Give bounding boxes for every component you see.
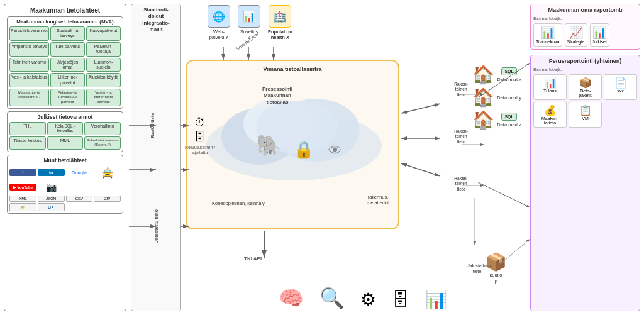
chart-icon-container: 📊 [425, 289, 447, 310]
top-apps-area: 🌐 Web-palvelu Y 📊 SovellusZ 🏥 Population… [208, 5, 292, 40]
raaka-tieto-label: Raaka-tieto [150, 113, 155, 138]
mva-item: Järjestöjen omat [50, 58, 85, 72]
mva-item: Vesi- ja kalatalous [9, 73, 49, 87]
standards-title: Standardi-doidutintegraatio-mallit [131, 4, 180, 36]
extra-file: 3+ [38, 203, 65, 211]
mva-item: Maaseutu- ja tietoliikenne... [9, 89, 49, 106]
drone-icon: 🚁 [9, 203, 36, 211]
perus-raportointi-box: Perusraportointi (yhteinen) Esimerkkejä:… [530, 55, 640, 311]
mva-grid: Perustietovarannot Sosiaali- ja terveys … [9, 26, 121, 106]
svg-text:🔒: 🔒 [294, 140, 314, 160]
julkiset-item: 📊 Julkiset [590, 23, 609, 47]
public-title: Julkiset tietovarannot [9, 114, 121, 120]
kuutio-label: kuutiop [489, 272, 502, 284]
mva-item: Perustietovarannot [9, 26, 49, 41]
mva-item: Sosiaali- ja terveys [50, 26, 85, 41]
jalostettu-tieto-label: Jalostettu tieto [153, 209, 159, 243]
vimana-area: Vimana tietoallasinfra 🐘 🔒 👁 Prosessoint… [186, 60, 399, 229]
mva-title: Maakunnan loogiset tietovarannot (MVA) [9, 19, 121, 25]
data-mart-x-label: Data mart x [497, 77, 521, 82]
cube-icon: 📦 [485, 251, 507, 272]
ai-head-icon-container: 🧠 [279, 286, 304, 310]
web-app-icon: 🌐 [208, 5, 230, 28]
other-title: Muut tietolähteet [9, 157, 121, 163]
web-app-box: 🌐 Web-palvelu Y [208, 5, 230, 40]
rakenteinen-tieto-3: Raken-teinentieto [454, 176, 468, 192]
tki-api-label: TKI API [244, 256, 262, 262]
svg-line-23 [478, 182, 530, 207]
maakuntatatieto-item: 💰 Maakun-tatieto [533, 102, 567, 128]
taxi-logo: 🚖 [94, 165, 121, 180]
mva-item: Tuki-palvelut [50, 42, 85, 57]
data-mart-y-row: 🏠 Data mart y [472, 89, 521, 106]
left-panel-title: Maakunnan tietolähteet [7, 7, 123, 14]
data-mart-x-row: 🏠 SQL Data mart x [472, 66, 521, 84]
mva-item: Alueiden käyttö [86, 73, 121, 87]
tilannekuva-item: 📊 Tilannekuva [533, 23, 562, 47]
sql-z-container: SQL Data mart z [497, 113, 521, 128]
public-item: MML [47, 136, 84, 149]
population-app-label: Populationhealth X [268, 29, 292, 40]
data-marts-area: 🏠 SQL Data mart x 🏠 Data mart y 🏠 SQL Da… [472, 66, 521, 129]
jalostettu-tieto-right: Jalostettutieto [467, 263, 487, 274]
cloud-svg: 🐘 🔒 👁 [196, 77, 391, 190]
svg-line-21 [401, 163, 440, 176]
prosessointi-label: ProsessointiMaakunnantietoallas [262, 86, 292, 106]
database-icon-container: 🗄 [392, 289, 409, 310]
perus-raportointi-title: Perusraportointi (yhteinen) [533, 58, 637, 64]
right-section: Maakunnan oma raportointi Esimerkkejä: 📊… [530, 4, 640, 311]
rakenteinen-tieto-1: Raken-teinentieto [454, 82, 468, 97]
mva-item: Kasvupalvelut [86, 26, 121, 41]
chart-icon: 📊 [425, 289, 447, 310]
analytics-icon-container: 🔍 [319, 286, 345, 310]
rakenteinen-tieto-2: Raken-teinentieto [454, 129, 468, 145]
main-container: Maakunnan tietolähteet Maakunnan loogise… [0, 0, 644, 315]
youtube-logo: ▶ YouTube [9, 184, 36, 191]
sql-x-container: SQL Data mart x [497, 67, 521, 82]
ai-head-icon: 🧠 [279, 286, 304, 310]
house-icon-z: 🏠 [472, 111, 494, 129]
population-app-icon: 🏥 [269, 5, 291, 28]
standards-box: Standardi-doidutintegraatio-mallit [131, 4, 181, 311]
public-item: THL [9, 122, 46, 136]
xxx-item: 📄 xxx [604, 74, 637, 100]
sql-badge-x: SQL [501, 67, 516, 75]
vm-item: 📋 VM [569, 102, 602, 128]
oma-raportointi-items: 📊 Tilannekuva 📈 Strategia 📊 Julkiset [533, 23, 637, 47]
db-icon: 🗄 [194, 131, 206, 144]
sovellus-app-icon: 📊 [238, 5, 260, 28]
mva-item: Luonnon-suojelu [86, 58, 121, 72]
public-grid: THL Kela SQL - tietoallas Verohallinto T… [9, 122, 121, 150]
linkedin-logo: in [38, 169, 65, 176]
koneoppiminen-label: Koneoppiminen, keinnäly [212, 201, 265, 206]
facebook-logo: f [9, 169, 36, 176]
oma-raportointi-box: Maakunnan oma raportointi Esimerkkejä: 📊… [530, 4, 640, 50]
csv-file: CSV [66, 196, 93, 202]
data-mart-z-row: 🏠 SQL Data mart z [472, 111, 521, 129]
gears-icon-container: ⚙ [360, 289, 376, 310]
public-item: Verohallinto [84, 122, 121, 136]
google-logo: Google [66, 169, 93, 176]
oma-raportointi-title: Maakunnan oma raportointi [533, 7, 637, 13]
file-types: XML JSON CSV ZIP 🚁 3+ [9, 196, 121, 211]
realtime-label: Reaaliakainen /ajoitettu [185, 145, 215, 156]
data-mart-z-label: Data mart z [497, 122, 521, 128]
mva-item: Tekninen varanto [9, 58, 49, 72]
zip-file: ZIP [94, 196, 121, 202]
web-app-label: Web-palvelu Y [209, 29, 229, 40]
gears-icon: ⚙ [360, 289, 376, 310]
mva-box: Maakunnan loogiset tietovarannot (MVA) P… [7, 16, 123, 109]
vimana-title: Vimana tietoallasinfra [264, 66, 322, 72]
tallennus-label: Tallennus,metatiedot [367, 194, 389, 207]
house-icon-y: 🏠 [472, 89, 494, 106]
tietopaketit-item: 📦 Tieto-paketit [569, 74, 602, 100]
public-item: Palvelutietovaranto (Suomi.fi) [84, 136, 121, 149]
camera-logo: 📷 [38, 181, 65, 194]
svg-text:🐘: 🐘 [256, 133, 281, 157]
mva-item: Pelastus- ja Turvallisuus palvelut [50, 89, 85, 106]
public-item: Kela SQL - tietoallas [47, 122, 84, 136]
realtime-area: ⏱ 🗄 Reaaliakainen /ajoitettu [185, 116, 215, 156]
perus-raportointi-subtitle: Esimerkkejä: [533, 67, 637, 72]
population-app-box: 🏥 Populationhealth X [268, 5, 292, 40]
analytics-icon: 🔍 [319, 286, 345, 310]
